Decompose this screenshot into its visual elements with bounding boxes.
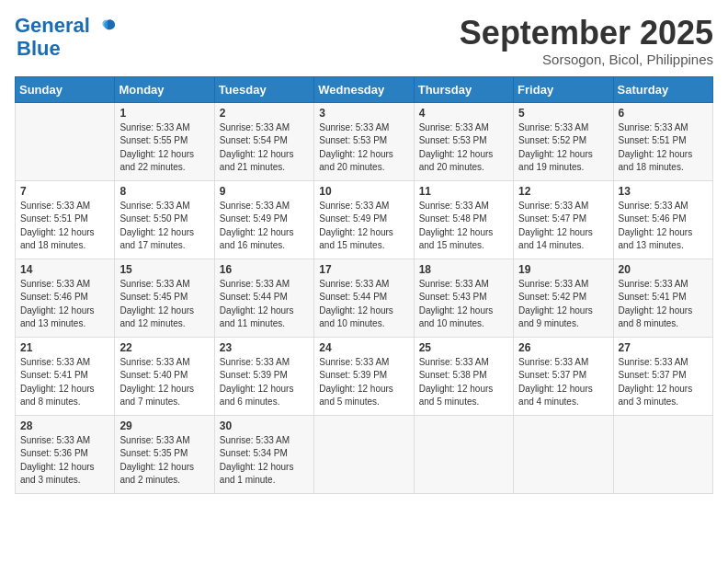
day-number: 19 xyxy=(518,263,608,276)
calendar-cell: 24Sunrise: 5:33 AM Sunset: 5:39 PM Dayli… xyxy=(314,337,414,415)
calendar-cell: 19Sunrise: 5:33 AM Sunset: 5:42 PM Dayli… xyxy=(514,259,613,337)
calendar-cell: 11Sunrise: 5:33 AM Sunset: 5:48 PM Dayli… xyxy=(414,180,513,259)
cell-info: Sunrise: 5:33 AM Sunset: 5:46 PM Dayligh… xyxy=(619,200,708,253)
calendar-table: SundayMondayTuesdayWednesdayThursdayFrid… xyxy=(15,76,713,494)
cell-info: Sunrise: 5:33 AM Sunset: 5:43 PM Dayligh… xyxy=(419,278,508,331)
header-day-thursday: Thursday xyxy=(414,76,513,102)
day-number: 28 xyxy=(20,419,109,432)
calendar-cell: 18Sunrise: 5:33 AM Sunset: 5:43 PM Dayli… xyxy=(414,259,513,337)
week-row-3: 14Sunrise: 5:33 AM Sunset: 5:46 PM Dayli… xyxy=(16,259,713,337)
cell-info: Sunrise: 5:33 AM Sunset: 5:49 PM Dayligh… xyxy=(319,200,408,253)
logo-blue-text: Blue xyxy=(17,37,118,61)
day-number: 15 xyxy=(119,263,209,276)
calendar-cell: 27Sunrise: 5:33 AM Sunset: 5:37 PM Dayli… xyxy=(613,337,712,415)
cell-info: Sunrise: 5:33 AM Sunset: 5:48 PM Dayligh… xyxy=(419,200,508,253)
cell-info: Sunrise: 5:33 AM Sunset: 5:39 PM Dayligh… xyxy=(319,356,408,409)
calendar-cell: 2Sunrise: 5:33 AM Sunset: 5:54 PM Daylig… xyxy=(214,102,313,180)
day-number: 17 xyxy=(319,263,408,276)
day-number: 26 xyxy=(518,341,608,354)
header-day-sunday: Sunday xyxy=(16,76,115,102)
cell-info: Sunrise: 5:33 AM Sunset: 5:45 PM Dayligh… xyxy=(119,278,209,331)
calendar-cell: 6Sunrise: 5:33 AM Sunset: 5:51 PM Daylig… xyxy=(613,102,712,180)
cell-info: Sunrise: 5:33 AM Sunset: 5:42 PM Dayligh… xyxy=(518,278,608,331)
day-number: 21 xyxy=(20,341,109,354)
day-number: 22 xyxy=(119,341,209,354)
day-number: 20 xyxy=(619,263,708,276)
calendar-cell: 13Sunrise: 5:33 AM Sunset: 5:46 PM Dayli… xyxy=(613,180,712,259)
days-header-row: SundayMondayTuesdayWednesdayThursdayFrid… xyxy=(16,76,713,102)
calendar-cell: 8Sunrise: 5:33 AM Sunset: 5:50 PM Daylig… xyxy=(115,180,214,259)
calendar-cell xyxy=(414,415,513,493)
day-number: 18 xyxy=(419,263,508,276)
cell-info: Sunrise: 5:33 AM Sunset: 5:51 PM Dayligh… xyxy=(619,121,708,175)
cell-info: Sunrise: 5:33 AM Sunset: 5:47 PM Dayligh… xyxy=(518,200,608,253)
cell-info: Sunrise: 5:33 AM Sunset: 5:41 PM Dayligh… xyxy=(619,278,708,331)
day-number: 7 xyxy=(20,185,109,198)
logo: General Blue xyxy=(15,15,118,61)
day-number: 4 xyxy=(419,107,508,120)
calendar-cell xyxy=(314,415,414,493)
calendar-cell: 22Sunrise: 5:33 AM Sunset: 5:40 PM Dayli… xyxy=(115,337,214,415)
cell-info: Sunrise: 5:33 AM Sunset: 5:36 PM Dayligh… xyxy=(20,434,109,488)
week-row-5: 28Sunrise: 5:33 AM Sunset: 5:36 PM Dayli… xyxy=(16,415,713,493)
day-number: 30 xyxy=(220,419,309,432)
location: Sorsogon, Bicol, Philippines xyxy=(460,52,713,67)
day-number: 1 xyxy=(119,107,209,120)
day-number: 11 xyxy=(419,185,508,198)
calendar-cell: 15Sunrise: 5:33 AM Sunset: 5:45 PM Dayli… xyxy=(115,259,214,337)
day-number: 10 xyxy=(319,185,408,198)
cell-info: Sunrise: 5:33 AM Sunset: 5:39 PM Dayligh… xyxy=(220,356,309,409)
calendar-cell: 17Sunrise: 5:33 AM Sunset: 5:44 PM Dayli… xyxy=(314,259,414,337)
calendar-cell xyxy=(613,415,712,493)
cell-info: Sunrise: 5:33 AM Sunset: 5:44 PM Dayligh… xyxy=(319,278,408,331)
calendar-cell: 16Sunrise: 5:33 AM Sunset: 5:44 PM Dayli… xyxy=(214,259,313,337)
cell-info: Sunrise: 5:33 AM Sunset: 5:50 PM Dayligh… xyxy=(119,200,209,253)
calendar-cell: 4Sunrise: 5:33 AM Sunset: 5:53 PM Daylig… xyxy=(414,102,513,180)
cell-info: Sunrise: 5:33 AM Sunset: 5:41 PM Dayligh… xyxy=(20,356,109,409)
day-number: 3 xyxy=(319,107,408,120)
day-number: 29 xyxy=(119,419,209,432)
calendar-cell: 29Sunrise: 5:33 AM Sunset: 5:35 PM Dayli… xyxy=(115,415,214,493)
day-number: 24 xyxy=(319,341,408,354)
calendar-cell xyxy=(514,415,613,493)
day-number: 6 xyxy=(619,107,708,120)
cell-info: Sunrise: 5:33 AM Sunset: 5:37 PM Dayligh… xyxy=(518,356,608,409)
cell-info: Sunrise: 5:33 AM Sunset: 5:49 PM Dayligh… xyxy=(220,200,309,253)
day-number: 2 xyxy=(220,107,309,120)
calendar-cell: 14Sunrise: 5:33 AM Sunset: 5:46 PM Dayli… xyxy=(16,259,115,337)
page-header: General Blue September 2025 Sorsogon, Bi… xyxy=(15,15,713,67)
cell-info: Sunrise: 5:33 AM Sunset: 5:53 PM Dayligh… xyxy=(319,121,408,175)
calendar-cell: 3Sunrise: 5:33 AM Sunset: 5:53 PM Daylig… xyxy=(314,102,414,180)
cell-info: Sunrise: 5:33 AM Sunset: 5:52 PM Dayligh… xyxy=(518,121,608,175)
day-number: 9 xyxy=(220,185,309,198)
day-number: 5 xyxy=(518,107,608,120)
header-day-tuesday: Tuesday xyxy=(214,76,313,102)
day-number: 25 xyxy=(419,341,508,354)
logo-bird-icon xyxy=(97,17,118,37)
calendar-cell: 9Sunrise: 5:33 AM Sunset: 5:49 PM Daylig… xyxy=(214,180,313,259)
cell-info: Sunrise: 5:33 AM Sunset: 5:34 PM Dayligh… xyxy=(220,434,309,488)
cell-info: Sunrise: 5:33 AM Sunset: 5:44 PM Dayligh… xyxy=(220,278,309,331)
header-day-monday: Monday xyxy=(115,76,214,102)
day-number: 16 xyxy=(220,263,309,276)
day-number: 13 xyxy=(619,185,708,198)
header-day-friday: Friday xyxy=(514,76,613,102)
calendar-cell: 7Sunrise: 5:33 AM Sunset: 5:51 PM Daylig… xyxy=(16,180,115,259)
calendar-cell xyxy=(16,102,115,180)
week-row-2: 7Sunrise: 5:33 AM Sunset: 5:51 PM Daylig… xyxy=(16,180,713,259)
week-row-1: 1Sunrise: 5:33 AM Sunset: 5:55 PM Daylig… xyxy=(16,102,713,180)
day-number: 27 xyxy=(619,341,708,354)
calendar-cell: 20Sunrise: 5:33 AM Sunset: 5:41 PM Dayli… xyxy=(613,259,712,337)
day-number: 12 xyxy=(518,185,608,198)
calendar-cell: 23Sunrise: 5:33 AM Sunset: 5:39 PM Dayli… xyxy=(214,337,313,415)
cell-info: Sunrise: 5:33 AM Sunset: 5:35 PM Dayligh… xyxy=(119,434,209,488)
cell-info: Sunrise: 5:33 AM Sunset: 5:40 PM Dayligh… xyxy=(119,356,209,409)
logo-text: General xyxy=(15,15,118,37)
week-row-4: 21Sunrise: 5:33 AM Sunset: 5:41 PM Dayli… xyxy=(16,337,713,415)
cell-info: Sunrise: 5:33 AM Sunset: 5:51 PM Dayligh… xyxy=(20,200,109,253)
cell-info: Sunrise: 5:33 AM Sunset: 5:53 PM Dayligh… xyxy=(419,121,508,175)
day-number: 8 xyxy=(119,185,209,198)
calendar-cell: 21Sunrise: 5:33 AM Sunset: 5:41 PM Dayli… xyxy=(16,337,115,415)
calendar-cell: 28Sunrise: 5:33 AM Sunset: 5:36 PM Dayli… xyxy=(16,415,115,493)
cell-info: Sunrise: 5:33 AM Sunset: 5:54 PM Dayligh… xyxy=(220,121,309,175)
